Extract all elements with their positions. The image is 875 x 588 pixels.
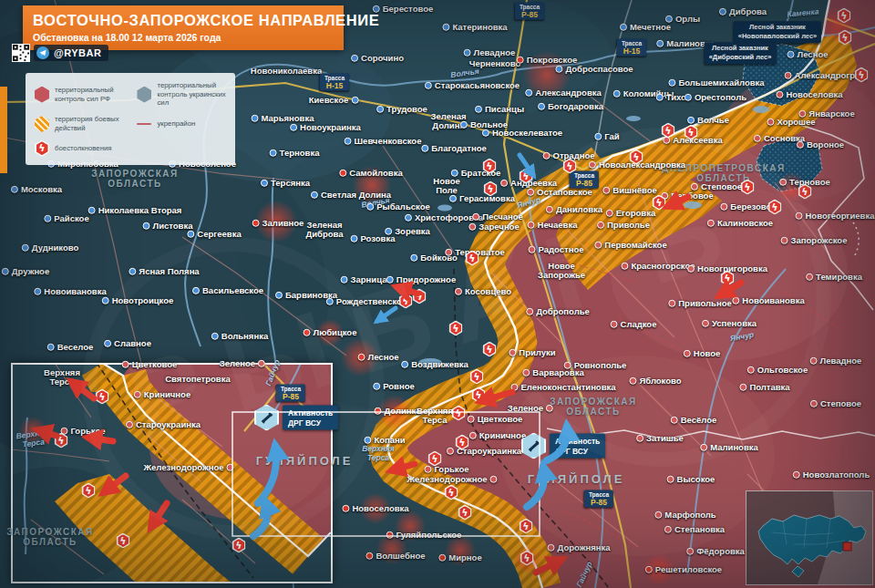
region-marker <box>843 542 851 551</box>
fortified-line-icon <box>137 123 151 125</box>
qr-code <box>12 44 30 62</box>
legend-item-ua-control: территориальный контроль украинских сил <box>137 81 226 108</box>
inset-map <box>11 363 333 583</box>
legend-item-combat-zone: территория боевых действий <box>35 115 128 132</box>
brand-handle: @RYBAR <box>54 47 101 58</box>
title-block: ВОСТОЧНО-ЗАПОРОЖСКОЕ НАПРАВЛЕНИЕ Обстано… <box>23 5 344 50</box>
map-screenshot: РЫБАРЬ <box>0 0 875 588</box>
telegram-icon <box>36 46 49 59</box>
telegram-brand: @RYBAR <box>34 45 108 61</box>
orange-edge-strip <box>0 87 7 173</box>
legend-item-clashes: ϟ боестолкновения <box>35 140 128 157</box>
clashes-explosion-icon: ϟ <box>35 140 49 157</box>
rf-control-hex-icon <box>35 87 49 103</box>
ukraine-minimap <box>746 490 873 585</box>
combat-zone-hex-icon <box>35 116 49 132</box>
page-title: ВОСТОЧНО-ЗАПОРОЖСКОЕ НАПРАВЛЕНИЕ <box>33 12 334 29</box>
ua-control-hex-icon <box>137 87 151 103</box>
page-subtitle: Обстановка на 18.00 12 марта 2026 года <box>33 32 334 43</box>
map-legend: территориальный контроль сил РФ территор… <box>26 73 235 165</box>
legend-item-rf-control: территориальный контроль сил РФ <box>35 81 128 108</box>
legend-item-fortified: укрепрайон <box>137 115 226 132</box>
